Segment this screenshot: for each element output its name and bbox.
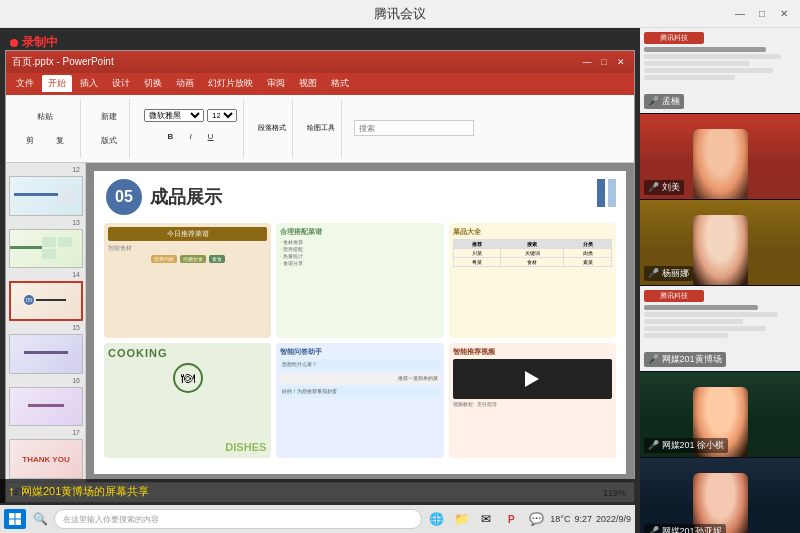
slide-header: 05 成品展示 <box>94 171 626 219</box>
font-select[interactable]: 微软雅黑 <box>144 109 204 122</box>
taskbar-tencent[interactable]: 💬 <box>525 508 547 530</box>
paste-button[interactable]: 粘贴 <box>31 105 59 127</box>
taskbar-weather: 18°C <box>550 514 570 524</box>
ppt-tab-insert[interactable]: 插入 <box>74 75 104 92</box>
toolbar-paragraph: 段落格式 <box>252 99 293 158</box>
cooking-circle: 🍽 <box>173 363 203 393</box>
slide-panel: 12 13 <box>6 163 86 482</box>
svg-rect-2 <box>9 520 15 526</box>
ppt-maximize[interactable]: □ <box>597 56 611 68</box>
participant-name-2: 🎤 刘美 <box>644 180 684 195</box>
taskbar-edge[interactable]: 🌐 <box>425 508 447 530</box>
slide-thumb-13[interactable] <box>9 229 83 269</box>
ppt-search-input[interactable] <box>354 120 474 136</box>
copy-button[interactable]: 复 <box>46 129 74 151</box>
participant-yanglina: 🎤 杨丽娜 <box>640 200 800 286</box>
main-area: 录制中 百页.pptx - PowerPoint — □ ✕ 文件 开始 插入 … <box>0 28 800 533</box>
slide-thumb-17[interactable]: THANK YOU <box>9 439 83 479</box>
slide-thumb-12[interactable] <box>9 176 83 216</box>
ppt-tab-slideshow[interactable]: 幻灯片放映 <box>202 75 259 92</box>
windows-taskbar: 🔍 在这里输入你要搜索的内容 🌐 📁 ✉ P 💬 18°C 9:27 2022/… <box>0 505 635 533</box>
svg-rect-3 <box>16 520 22 526</box>
dishes-text: DISHES <box>225 441 266 453</box>
taskbar-explorer[interactable]: 📁 <box>450 508 472 530</box>
ppt-close[interactable]: ✕ <box>614 56 628 68</box>
ppt-tabs: 文件 开始 插入 设计 切换 动画 幻灯片放映 审阅 视图 格式 <box>6 73 634 95</box>
maximize-button[interactable]: □ <box>754 6 770 22</box>
participant-liumei: 🎤 刘美 <box>640 114 800 200</box>
participant-huangbochang: 腾讯科技 🎤 网媒201黄博场 <box>640 286 800 372</box>
participant-name-1: 🎤 孟楠 <box>644 94 684 109</box>
taskbar-search-icon[interactable]: 🔍 <box>29 508 51 530</box>
ppt-tab-home[interactable]: 开始 <box>42 75 72 92</box>
screen-share-area: 录制中 百页.pptx - PowerPoint — □ ✕ 文件 开始 插入 … <box>0 28 640 533</box>
participant-mic-3: 🎤 <box>648 268 659 278</box>
card-pairing: 合理搭配菜谱 · 食材推荐 · 营养搭配 · 热量统计 · 食谱分享 <box>276 223 443 338</box>
ppt-ribbon: 文件 开始 插入 设计 切换 动画 幻灯片放映 审阅 视图 格式 粘贴 <box>6 73 634 163</box>
taskbar-ppt[interactable]: P <box>500 508 522 530</box>
ppt-toolbar: 粘贴 剪 复 新建 版式 微软雅黑 <box>6 95 634 162</box>
info-content-1 <box>644 47 796 80</box>
participant-mengnan: 腾讯科技 🎤 孟楠 <box>640 28 800 114</box>
cut-button[interactable]: 剪 <box>16 129 44 151</box>
slide-grid: 今日推荐菜谱 智能食材 营养均衡 控糖饮食 素食 <box>94 219 626 466</box>
blue-bar-1 <box>597 179 605 207</box>
card-menu-title: 菜品大全 <box>453 227 612 237</box>
participant-mic-4: 🎤 <box>648 354 659 364</box>
italic-button[interactable]: I <box>182 126 200 148</box>
ppt-tab-file[interactable]: 文件 <box>10 75 40 92</box>
sharing-bar: ↑ 网媒201黄博场的屏幕共享 <box>0 479 635 503</box>
minimize-button[interactable]: — <box>732 6 748 22</box>
card-chat-content: 您想吃什么菜？ 推荐一道简单的菜 好的！为您推荐番茄炒蛋 <box>280 359 439 398</box>
sharing-icon: ↑ <box>8 483 15 499</box>
video-preview <box>453 359 612 399</box>
recording-dot <box>10 39 18 47</box>
participant-avatar-6 <box>640 458 800 533</box>
cooking-text: COOKING <box>108 347 267 359</box>
toolbar-right <box>350 120 630 136</box>
participant-mic-5: 🎤 <box>648 440 659 450</box>
ppt-tab-view[interactable]: 视图 <box>293 75 323 92</box>
underline-button[interactable]: U <box>202 126 220 148</box>
font-size-select[interactable]: 12 <box>207 109 237 122</box>
taskbar-mail[interactable]: ✉ <box>475 508 497 530</box>
toolbar-font: 微软雅黑 12 B I U <box>138 99 244 158</box>
ppt-tab-design[interactable]: 设计 <box>106 75 136 92</box>
participant-xuxiaoqi: 🎤 网媒201 徐小棋 <box>640 372 800 458</box>
slide-thumb-16[interactable] <box>9 387 83 427</box>
ppt-window-controls[interactable]: — □ ✕ <box>580 56 628 68</box>
participant-sunyani: 🎤 网媒201孙亚妮 <box>640 458 800 533</box>
card-video-title: 智能推荐视频 <box>453 347 612 357</box>
card-menu-table: 推荐搜索分类 川菜关键词肉类 粤菜食材素菜 <box>453 239 612 267</box>
toolbar-slides: 新建 版式 <box>89 99 130 158</box>
participant-name-4: 🎤 网媒201黄博场 <box>644 352 726 367</box>
card-chat-title: 智能问答助手 <box>280 347 439 357</box>
toolbar-drawing: 绘图工具 <box>301 99 342 158</box>
title-bar: 腾讯会议 — □ ✕ <box>0 0 800 28</box>
blue-bar-2 <box>608 179 616 207</box>
start-button[interactable] <box>4 509 26 529</box>
new-slide-button[interactable]: 新建 <box>95 105 123 127</box>
ppt-tab-transition[interactable]: 切换 <box>138 75 168 92</box>
taskbar-time: 9:27 <box>574 514 592 524</box>
window-controls[interactable]: — □ ✕ <box>732 6 792 22</box>
slide-canvas: 05 成品展示 今日推荐菜谱 <box>86 163 634 482</box>
sharing-text: 网媒201黄博场的屏幕共享 <box>21 484 149 499</box>
svg-rect-1 <box>16 513 22 519</box>
card-video: 智能推荐视频 视频教程 · 烹饪指导 <box>449 343 616 458</box>
layout-button[interactable]: 版式 <box>95 129 123 151</box>
participant-name-5: 🎤 网媒201 徐小棋 <box>644 438 728 453</box>
close-button[interactable]: ✕ <box>776 6 792 22</box>
slide-thumb-15[interactable] <box>9 334 83 374</box>
ppt-minimize[interactable]: — <box>580 56 594 68</box>
ppt-tab-format[interactable]: 格式 <box>325 75 355 92</box>
participant-name-3: 🎤 杨丽娜 <box>644 266 693 281</box>
ppt-tab-animation[interactable]: 动画 <box>170 75 200 92</box>
ppt-title: 百页.pptx - PowerPoint <box>12 55 114 69</box>
bold-button[interactable]: B <box>162 126 180 148</box>
card-chat: 智能问答助手 您想吃什么菜？ 推荐一道简单的菜 好的！为您推荐番茄炒蛋 <box>276 343 443 458</box>
slide-thumb-14[interactable]: 05 <box>9 281 83 321</box>
ppt-tab-review[interactable]: 审阅 <box>261 75 291 92</box>
taskbar-search[interactable]: 在这里输入你要搜索的内容 <box>54 509 422 529</box>
card-pairing-title: 合理搭配菜谱 <box>280 227 439 237</box>
